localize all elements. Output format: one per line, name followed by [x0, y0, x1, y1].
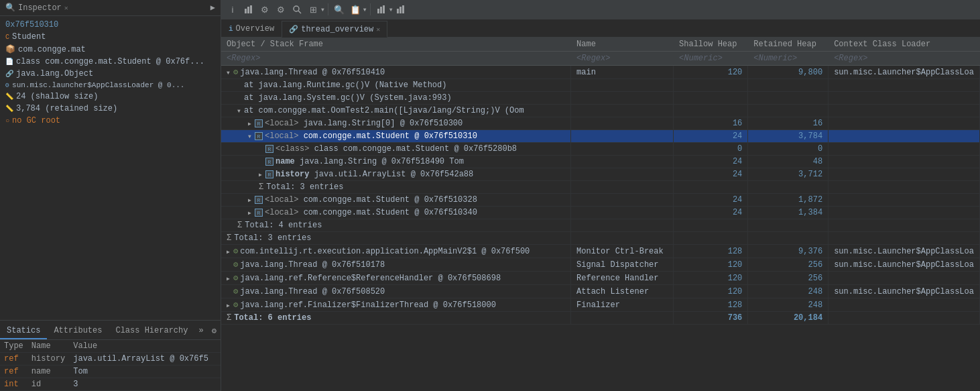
- tab-attributes[interactable]: Attributes: [47, 323, 109, 339]
- main-table-container[interactable]: Object / Stack Frame Name Shallow Heap R…: [221, 38, 980, 391]
- tab-statics[interactable]: Statics: [0, 323, 47, 339]
- shallow-label: 24 (shallow size): [16, 92, 98, 101]
- table-row[interactable]: ⚙java.lang.Thread @ 0x76f510178Signal Di…: [221, 258, 980, 272]
- cell-object: Rname java.lang.String @ 0x76f518490 Tom: [221, 156, 571, 168]
- expand-arrow[interactable]: [227, 249, 233, 255]
- expand-arrow[interactable]: [227, 302, 233, 309]
- cell-name: [571, 156, 674, 168]
- expand-arrow[interactable]: [248, 121, 255, 127]
- table-row[interactable]: ΣTotal: 3 entries: [221, 232, 980, 245]
- cell-shallow: 120: [674, 285, 748, 298]
- table-row[interactable]: at java.lang.System.gc()V (System.java:9…: [221, 92, 980, 105]
- class-label: Student: [12, 32, 46, 42]
- tab-thread-overview[interactable]: 🔗 thread_overview ✕: [282, 21, 387, 38]
- thread-icon: ⚙: [233, 260, 238, 270]
- tab-overview[interactable]: i Overview: [221, 21, 282, 37]
- object-text: com.congge.mat.Student @ 0x76f510340: [304, 208, 477, 217]
- inspector-forward-icon[interactable]: ▶: [210, 3, 215, 13]
- toolbar-gear2-btn[interactable]: ⚙: [273, 2, 288, 17]
- sum-label: Total: 3 entries: [266, 182, 343, 192]
- toolbar-export-arrow: ▼: [363, 7, 367, 13]
- toolbar-chart-btn[interactable]: [241, 2, 256, 17]
- object-text: at com.congge.mat.OomTest2.main([Ljava/l…: [244, 106, 524, 115]
- table-row[interactable]: R<local> com.congge.mat.Student @ 0x76f5…: [221, 194, 980, 207]
- toolbar-stat-btn[interactable]: [393, 2, 408, 17]
- cell-name: [571, 79, 674, 92]
- toolbar-grid-dropdown[interactable]: ⊞ ▼: [306, 2, 324, 17]
- toolbar-filter-btn[interactable]: 🔍: [332, 2, 347, 17]
- attr-type-2: int: [0, 378, 27, 391]
- expand-arrow[interactable]: [227, 70, 233, 76]
- table-row[interactable]: R<class> class com.congge.mat.Student @ …: [221, 143, 980, 156]
- table-row[interactable]: Rname java.lang.String @ 0x76f518490 Tom…: [221, 156, 980, 168]
- table-row[interactable]: ΣTotal: 3 entries: [221, 181, 980, 194]
- cell-name: [571, 130, 674, 143]
- object-text: class com.congge.mat.Student @ 0x76f5280…: [314, 144, 517, 154]
- table-row[interactable]: R<local> com.congge.mat.Student @ 0x76f5…: [221, 130, 980, 143]
- toolbar-search-btn[interactable]: [290, 2, 304, 17]
- table-row[interactable]: ⚙java.lang.ref.Finalizer$FinalizerThread…: [221, 298, 980, 312]
- table-row[interactable]: ΣTotal: 6 entries73620,184: [221, 312, 980, 325]
- cell-context: [829, 272, 980, 285]
- shallow-icon: 📏: [5, 93, 13, 101]
- svg-rect-1: [247, 7, 249, 13]
- expand-arrow[interactable]: [259, 172, 265, 178]
- attribute-row[interactable]: int id 3: [0, 378, 221, 391]
- table-row[interactable]: ⚙java.lang.Thread @ 0x76f508520Attach Li…: [221, 285, 980, 298]
- toolbar-grid-arrow: ▼: [321, 7, 324, 13]
- thread-tab-close[interactable]: ✕: [376, 25, 380, 34]
- inspector-actions: ▶: [210, 3, 215, 13]
- toolbar-heap-arrow: ▼: [389, 7, 393, 13]
- loader-label: sun.misc.launcher$AppClassLoader @ 0...: [12, 81, 184, 89]
- expand-arrow[interactable]: [248, 197, 255, 203]
- tab-settings-icon[interactable]: ⚙: [208, 323, 221, 339]
- cell-object: ΣTotal: 3 entries: [221, 232, 571, 245]
- local-class-tag: <class>: [275, 144, 309, 154]
- cell-name: [571, 181, 674, 194]
- inspector-header: 🔍 Inspector ✕ ▶: [0, 0, 221, 16]
- toolbar-gear1-btn[interactable]: ⚙: [257, 2, 272, 17]
- toolbar-export-btn[interactable]: 📋: [348, 2, 363, 17]
- toolbar-heap-btn[interactable]: [374, 2, 389, 17]
- thread-icon: ⚙: [233, 247, 238, 256]
- table-row[interactable]: ⚙java.lang.ref.Reference$ReferenceHandle…: [221, 272, 980, 285]
- expand-arrow[interactable]: [248, 210, 255, 216]
- cell-context: [829, 298, 980, 312]
- cell-retained: 16: [748, 117, 829, 130]
- class-ref: 📄 class com.congge.mat.Student @ 0x76f..…: [0, 56, 221, 68]
- svg-rect-9: [400, 7, 402, 13]
- expand-arrow[interactable]: [248, 133, 255, 139]
- table-row[interactable]: ΣTotal: 4 entries: [221, 219, 980, 232]
- toolbar-export-dropdown[interactable]: 📋 ▼: [348, 2, 367, 17]
- expand-arrow[interactable]: [237, 108, 244, 114]
- tab-more-icon[interactable]: »: [195, 323, 208, 339]
- toolbar-heap-dropdown[interactable]: ▼: [374, 2, 393, 17]
- table-row[interactable]: ⚙java.lang.Thread @ 0x76f510410main1209,…: [221, 66, 980, 79]
- cell-name: [571, 143, 674, 156]
- expand-arrow[interactable]: [227, 276, 233, 282]
- attribute-row[interactable]: ref history java.util.ArrayList @ 0x76f5: [0, 353, 221, 366]
- table-row[interactable]: at com.congge.mat.OomTest2.main([Ljava/l…: [221, 105, 980, 117]
- sum-icon: Σ: [227, 313, 231, 323]
- cell-name: [571, 232, 674, 245]
- col-filter-retained: <Numeric>: [748, 52, 829, 66]
- gc-label: no GC root: [12, 116, 60, 125]
- cell-shallow: [674, 181, 748, 194]
- class-name: C Student: [0, 31, 221, 43]
- cell-context: [829, 92, 980, 105]
- table-row[interactable]: ⚙com.intellij.rt.execution.application.A…: [221, 245, 980, 258]
- attribute-row[interactable]: ref name Tom: [0, 366, 221, 378]
- table-row[interactable]: Rhistory java.util.ArrayList @ 0x76f542a…: [221, 168, 980, 181]
- col-type-header: Type: [0, 340, 27, 353]
- table-row[interactable]: R<local> com.congge.mat.Student @ 0x76f5…: [221, 207, 980, 219]
- cell-context: [829, 168, 980, 181]
- gc-icon: ○: [5, 117, 9, 125]
- table-row[interactable]: at java.lang.Runtime.gc()V (Native Metho…: [221, 79, 980, 92]
- sum-icon: Σ: [237, 221, 242, 230]
- table-row[interactable]: R<local> java.lang.String[0] @ 0x76f5103…: [221, 117, 980, 130]
- cell-object: ΣTotal: 3 entries: [221, 181, 571, 194]
- toolbar-grid-btn[interactable]: ⊞: [306, 2, 320, 17]
- tab-class-hierarchy[interactable]: Class Hierarchy: [109, 323, 194, 339]
- toolbar-info-btn[interactable]: i: [225, 2, 240, 17]
- cell-shallow: [674, 79, 748, 92]
